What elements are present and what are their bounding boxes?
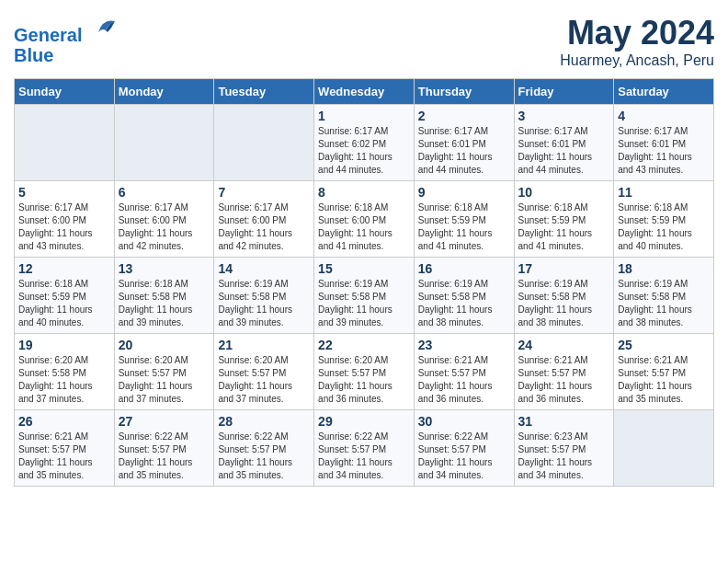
day-info: Sunrise: 6:18 AM Sunset: 5:59 PM Dayligh… xyxy=(418,201,510,253)
day-info: Sunrise: 6:17 AM Sunset: 6:00 PM Dayligh… xyxy=(119,201,210,253)
day-info: Sunrise: 6:19 AM Sunset: 5:58 PM Dayligh… xyxy=(618,278,710,329)
day-info: Sunrise: 6:17 AM Sunset: 6:01 PM Dayligh… xyxy=(618,125,710,177)
day-info: Sunrise: 6:20 AM Sunset: 5:57 PM Dayligh… xyxy=(218,354,310,406)
day-number: 18 xyxy=(618,261,710,276)
title-block: May 2024 Huarmey, Ancash, Peru xyxy=(560,14,714,69)
day-number: 20 xyxy=(119,338,210,352)
day-number: 13 xyxy=(119,261,210,276)
weekday-header-monday: Monday xyxy=(114,79,214,105)
day-number: 6 xyxy=(119,185,210,200)
day-info: Sunrise: 6:22 AM Sunset: 5:57 PM Dayligh… xyxy=(218,431,310,482)
day-number: 23 xyxy=(418,338,510,352)
weekday-header-row: SundayMondayTuesdayWednesdayThursdayFrid… xyxy=(15,79,714,105)
day-number: 31 xyxy=(518,414,610,429)
day-number: 27 xyxy=(119,414,210,429)
day-info: Sunrise: 6:22 AM Sunset: 5:57 PM Dayligh… xyxy=(318,431,410,482)
main-title: May 2024 xyxy=(560,14,714,52)
logo-line1: General xyxy=(14,25,82,45)
day-info: Sunrise: 6:22 AM Sunset: 5:57 PM Dayligh… xyxy=(119,431,210,482)
calendar-cell: 29Sunrise: 6:22 AM Sunset: 5:57 PM Dayli… xyxy=(314,410,415,487)
day-number: 14 xyxy=(218,261,310,276)
calendar-cell: 4Sunrise: 6:17 AM Sunset: 6:01 PM Daylig… xyxy=(614,105,714,181)
calendar-cell: 7Sunrise: 6:17 AM Sunset: 6:00 PM Daylig… xyxy=(214,181,314,258)
day-info: Sunrise: 6:17 AM Sunset: 6:01 PM Dayligh… xyxy=(418,125,510,177)
day-number: 8 xyxy=(318,185,410,200)
calendar-body: 1Sunrise: 6:17 AM Sunset: 6:02 PM Daylig… xyxy=(15,105,714,487)
day-info: Sunrise: 6:17 AM Sunset: 6:00 PM Dayligh… xyxy=(218,201,310,253)
day-number: 29 xyxy=(318,414,410,429)
day-number: 1 xyxy=(318,109,410,123)
weekday-header-wednesday: Wednesday xyxy=(314,79,415,105)
calendar-cell: 19Sunrise: 6:20 AM Sunset: 5:58 PM Dayli… xyxy=(15,334,115,410)
day-number: 10 xyxy=(518,185,610,200)
calendar-week-5: 26Sunrise: 6:21 AM Sunset: 5:57 PM Dayli… xyxy=(15,410,714,487)
weekday-header-friday: Friday xyxy=(514,79,614,105)
day-number: 7 xyxy=(218,185,310,200)
day-number: 15 xyxy=(318,261,410,276)
day-info: Sunrise: 6:20 AM Sunset: 5:57 PM Dayligh… xyxy=(119,354,210,406)
day-info: Sunrise: 6:20 AM Sunset: 5:57 PM Dayligh… xyxy=(318,354,410,406)
calendar-cell: 25Sunrise: 6:21 AM Sunset: 5:57 PM Dayli… xyxy=(614,334,714,410)
day-info: Sunrise: 6:17 AM Sunset: 6:01 PM Dayligh… xyxy=(518,125,610,177)
day-number: 12 xyxy=(18,261,110,276)
day-info: Sunrise: 6:18 AM Sunset: 5:59 PM Dayligh… xyxy=(618,201,710,253)
calendar-cell: 13Sunrise: 6:18 AM Sunset: 5:58 PM Dayli… xyxy=(114,258,214,334)
day-info: Sunrise: 6:19 AM Sunset: 5:58 PM Dayligh… xyxy=(418,278,510,329)
calendar-cell: 26Sunrise: 6:21 AM Sunset: 5:57 PM Dayli… xyxy=(15,410,115,487)
day-number: 30 xyxy=(418,414,510,429)
day-number: 11 xyxy=(618,185,710,200)
day-info: Sunrise: 6:19 AM Sunset: 5:58 PM Dayligh… xyxy=(218,278,310,329)
calendar-week-1: 1Sunrise: 6:17 AM Sunset: 6:02 PM Daylig… xyxy=(15,105,714,181)
day-number: 3 xyxy=(518,109,610,123)
day-number: 9 xyxy=(418,185,510,200)
calendar-cell: 17Sunrise: 6:19 AM Sunset: 5:58 PM Dayli… xyxy=(514,258,614,334)
day-info: Sunrise: 6:21 AM Sunset: 5:57 PM Dayligh… xyxy=(618,354,710,406)
logo-bird-icon xyxy=(89,14,117,41)
logo-text: General xyxy=(14,14,117,45)
calendar-cell: 22Sunrise: 6:20 AM Sunset: 5:57 PM Dayli… xyxy=(314,334,415,410)
day-info: Sunrise: 6:23 AM Sunset: 5:57 PM Dayligh… xyxy=(518,431,610,482)
calendar-week-4: 19Sunrise: 6:20 AM Sunset: 5:58 PM Dayli… xyxy=(15,334,714,410)
day-info: Sunrise: 6:18 AM Sunset: 5:59 PM Dayligh… xyxy=(18,278,110,329)
calendar-cell: 5Sunrise: 6:17 AM Sunset: 6:00 PM Daylig… xyxy=(15,181,115,258)
calendar-cell: 11Sunrise: 6:18 AM Sunset: 5:59 PM Dayli… xyxy=(614,181,714,258)
logo: General Blue xyxy=(14,14,117,65)
day-number: 28 xyxy=(218,414,310,429)
day-info: Sunrise: 6:19 AM Sunset: 5:58 PM Dayligh… xyxy=(518,278,610,329)
calendar-cell: 12Sunrise: 6:18 AM Sunset: 5:59 PM Dayli… xyxy=(15,258,115,334)
weekday-header-tuesday: Tuesday xyxy=(214,79,314,105)
calendar-cell: 30Sunrise: 6:22 AM Sunset: 5:57 PM Dayli… xyxy=(414,410,514,487)
calendar-cell: 6Sunrise: 6:17 AM Sunset: 6:00 PM Daylig… xyxy=(114,181,214,258)
day-info: Sunrise: 6:17 AM Sunset: 6:00 PM Dayligh… xyxy=(18,201,110,253)
day-number: 16 xyxy=(418,261,510,276)
day-number: 22 xyxy=(318,338,410,352)
day-info: Sunrise: 6:18 AM Sunset: 5:58 PM Dayligh… xyxy=(119,278,210,329)
calendar-cell: 15Sunrise: 6:19 AM Sunset: 5:58 PM Dayli… xyxy=(314,258,415,334)
calendar-cell: 18Sunrise: 6:19 AM Sunset: 5:58 PM Dayli… xyxy=(614,258,714,334)
subtitle: Huarmey, Ancash, Peru xyxy=(560,52,714,69)
day-number: 5 xyxy=(18,185,110,200)
day-number: 26 xyxy=(18,414,110,429)
day-number: 25 xyxy=(618,338,710,352)
calendar-table: SundayMondayTuesdayWednesdayThursdayFrid… xyxy=(14,78,714,487)
day-number: 4 xyxy=(618,109,710,123)
calendar-cell xyxy=(614,410,714,487)
calendar-cell: 10Sunrise: 6:18 AM Sunset: 5:59 PM Dayli… xyxy=(514,181,614,258)
weekday-header-saturday: Saturday xyxy=(614,79,714,105)
day-info: Sunrise: 6:20 AM Sunset: 5:58 PM Dayligh… xyxy=(18,354,110,406)
calendar-week-2: 5Sunrise: 6:17 AM Sunset: 6:00 PM Daylig… xyxy=(15,181,714,258)
day-number: 24 xyxy=(518,338,610,352)
day-info: Sunrise: 6:18 AM Sunset: 6:00 PM Dayligh… xyxy=(318,201,410,253)
weekday-header-thursday: Thursday xyxy=(414,79,514,105)
calendar-cell: 21Sunrise: 6:20 AM Sunset: 5:57 PM Dayli… xyxy=(214,334,314,410)
day-number: 17 xyxy=(518,261,610,276)
calendar-cell xyxy=(114,105,214,181)
page-header: General Blue May 2024 Huarmey, Ancash, P… xyxy=(14,14,714,69)
calendar-cell: 28Sunrise: 6:22 AM Sunset: 5:57 PM Dayli… xyxy=(214,410,314,487)
calendar-cell: 16Sunrise: 6:19 AM Sunset: 5:58 PM Dayli… xyxy=(414,258,514,334)
calendar-week-3: 12Sunrise: 6:18 AM Sunset: 5:59 PM Dayli… xyxy=(15,258,714,334)
day-info: Sunrise: 6:18 AM Sunset: 5:59 PM Dayligh… xyxy=(518,201,610,253)
calendar-cell: 3Sunrise: 6:17 AM Sunset: 6:01 PM Daylig… xyxy=(514,105,614,181)
calendar-cell: 8Sunrise: 6:18 AM Sunset: 6:00 PM Daylig… xyxy=(314,181,415,258)
calendar-cell: 1Sunrise: 6:17 AM Sunset: 6:02 PM Daylig… xyxy=(314,105,415,181)
